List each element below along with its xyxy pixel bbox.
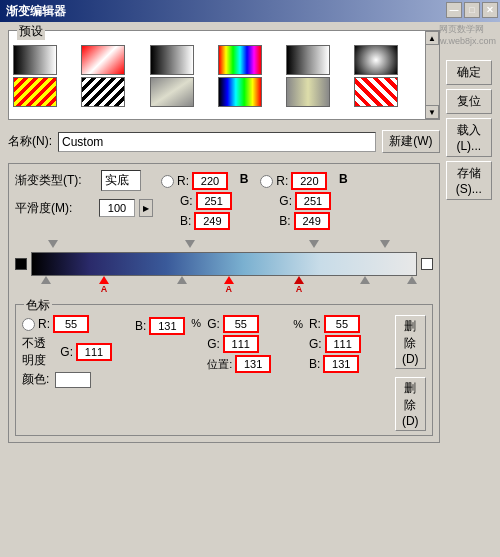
location-value[interactable]	[235, 355, 271, 373]
b-value-1[interactable]	[194, 212, 230, 230]
top-marker-3[interactable]	[309, 240, 319, 248]
window-title: 渐变编辑器	[6, 3, 66, 20]
list-item[interactable]	[81, 45, 125, 75]
minimize-button[interactable]: —	[446, 2, 462, 18]
save-button[interactable]: 存储(S)...	[446, 161, 492, 200]
maximize-button[interactable]: □	[464, 2, 480, 18]
list-item[interactable]	[286, 45, 330, 75]
right-r-row: R:	[309, 315, 389, 333]
top-marker-1[interactable]	[48, 240, 58, 248]
radio-b-2: B:	[260, 212, 331, 230]
bottom-marker-5[interactable]: A	[294, 276, 304, 294]
list-item[interactable]	[354, 77, 398, 107]
list-item[interactable]	[218, 45, 262, 75]
percent-sign-1: %	[191, 317, 201, 329]
radio-r-input-2[interactable]	[260, 175, 273, 188]
presets-grid	[13, 45, 421, 107]
list-item[interactable]	[354, 45, 398, 75]
b-value-2[interactable]	[294, 212, 330, 230]
radio-b-1: B:	[161, 212, 232, 230]
cs-b-value[interactable]	[149, 317, 185, 335]
mid-r-value[interactable]	[223, 315, 259, 333]
top-marker-4[interactable]	[380, 240, 390, 248]
b-label-right: B	[339, 172, 348, 186]
opacity-r-label: R:	[38, 317, 50, 331]
smoothness-input[interactable]	[99, 199, 135, 217]
load-button[interactable]: 载入(L)...	[446, 118, 492, 157]
gradient-settings: 渐变类型(T): 实底 平滑度(M): ▶ R:	[8, 163, 440, 443]
bottom-marker-4[interactable]: A	[224, 276, 234, 294]
mid-r-label: G:	[207, 317, 220, 331]
mid-g-value[interactable]	[223, 335, 259, 353]
color-label: 颜色:	[22, 371, 52, 388]
left-panel: 预设 ▲ ▼ 名称(	[8, 30, 440, 549]
r-label-2: R:	[276, 174, 288, 188]
cs-b-label: B:	[118, 315, 185, 337]
radio-r-1[interactable]: R:	[161, 172, 232, 190]
presets-label: 预设	[17, 23, 45, 40]
b-label-left: B	[240, 172, 249, 186]
color-stop-title: 色标	[24, 297, 52, 314]
scroll-up-arrow[interactable]: ▲	[425, 31, 439, 45]
delete-button-1[interactable]: 删除(D)	[395, 315, 426, 369]
list-item[interactable]	[81, 77, 125, 107]
close-button[interactable]: ✕	[482, 2, 498, 18]
marker-a-1: A	[101, 284, 108, 294]
new-button[interactable]: 新建(W)	[382, 130, 439, 153]
bottom-marker-6[interactable]	[360, 276, 370, 284]
list-item[interactable]	[13, 45, 57, 75]
radio-r-input-1[interactable]	[161, 175, 174, 188]
r-label-1: R:	[177, 174, 189, 188]
presets-scrollbar[interactable]: ▲ ▼	[425, 31, 439, 119]
right-r-value[interactable]	[324, 315, 360, 333]
opacity-g-value[interactable]	[76, 343, 112, 361]
gradient-bar[interactable]	[31, 252, 417, 276]
top-marker-2[interactable]	[185, 240, 195, 248]
r-value-1[interactable]	[192, 172, 228, 190]
black-square-indicator	[15, 258, 27, 270]
color-stop-section: 色标 R: 不透明度 G:	[15, 304, 433, 436]
smoothness-arrow[interactable]: ▶	[139, 199, 153, 217]
right-g-label: G:	[309, 337, 322, 351]
g-value-1[interactable]	[196, 192, 232, 210]
list-item[interactable]	[150, 45, 194, 75]
bottom-marker-2[interactable]: A	[99, 276, 109, 294]
main-container: 预设 ▲ ▼ 名称(	[0, 22, 500, 557]
g-label-2: G:	[279, 194, 292, 208]
opacity-radio-r[interactable]	[22, 318, 35, 331]
bottom-marker-7[interactable]	[407, 276, 417, 284]
r-value-2[interactable]	[291, 172, 327, 190]
name-label: 名称(N):	[8, 133, 52, 150]
top-markers-row	[29, 234, 419, 252]
color-label-row: 颜色:	[22, 371, 112, 388]
delete-button-2[interactable]: 删除(D)	[395, 377, 426, 431]
right-b-value[interactable]	[323, 355, 359, 373]
list-item[interactable]	[286, 77, 330, 107]
presets-section: 预设 ▲ ▼	[8, 30, 440, 120]
reset-button[interactable]: 复位	[446, 89, 492, 114]
mid-r-row: G:	[207, 315, 287, 333]
marker-a-2: A	[226, 284, 233, 294]
radio-r-2[interactable]: R:	[260, 172, 331, 190]
name-input[interactable]	[58, 132, 376, 152]
list-item[interactable]	[150, 77, 194, 107]
smoothness-label: 平滑度(M):	[15, 200, 95, 217]
color-swatch[interactable]	[55, 372, 91, 388]
opacity-r-value[interactable]	[53, 315, 89, 333]
b-label-1: B:	[180, 214, 191, 228]
right-b-row: B:	[309, 355, 389, 373]
right-g-value[interactable]	[325, 335, 361, 353]
gradient-bar-container	[15, 252, 433, 276]
bottom-marker-3[interactable]	[177, 276, 187, 284]
g-value-2[interactable]	[295, 192, 331, 210]
list-item[interactable]	[218, 77, 262, 107]
smoothness-row: 平滑度(M): ▶	[15, 199, 153, 217]
opacity-label-row: 不透明度 G:	[22, 335, 112, 369]
list-item[interactable]	[13, 77, 57, 107]
scroll-down-arrow[interactable]: ▼	[425, 105, 439, 119]
opacity-r-row: R:	[22, 315, 112, 333]
gradient-type-label: 渐变类型(T):	[15, 172, 95, 189]
cs-b-label2: B:	[135, 319, 146, 333]
bottom-marker-1[interactable]	[41, 276, 51, 284]
ok-button[interactable]: 确定	[446, 60, 492, 85]
